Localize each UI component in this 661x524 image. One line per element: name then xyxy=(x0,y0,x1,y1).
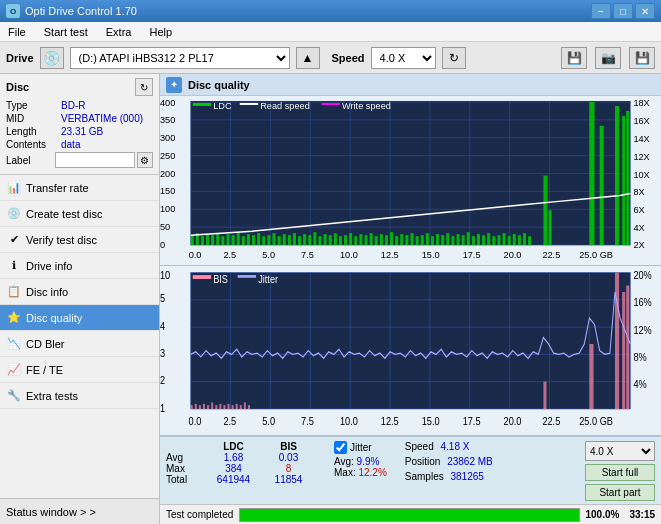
drive-icon-btn[interactable]: 💿 xyxy=(40,47,64,69)
svg-rect-77 xyxy=(472,236,475,245)
speed-select[interactable]: 4.0 X 2.0 X 6.0 X 8.0 X xyxy=(371,47,436,69)
svg-text:20.0: 20.0 xyxy=(504,413,522,426)
transfer-rate-icon: 📊 xyxy=(6,180,22,196)
svg-rect-90 xyxy=(549,210,552,245)
nav-item-drive-info[interactable]: ℹ Drive info xyxy=(0,253,159,279)
test-speed-select[interactable]: 4.0 X 2.0 X 6.0 X xyxy=(585,441,655,461)
svg-rect-59 xyxy=(380,234,383,245)
speed-position-column: Speed 4.18 X Position 23862 MB Samples 3… xyxy=(405,441,493,482)
svg-text:4: 4 xyxy=(160,319,165,332)
svg-rect-129 xyxy=(322,103,340,105)
nav-item-disc-info[interactable]: 📋 Disc info xyxy=(0,279,159,305)
svg-text:8X: 8X xyxy=(633,188,644,198)
status-window[interactable]: Status window > > xyxy=(0,498,159,524)
start-full-button[interactable]: Start full xyxy=(585,464,655,481)
nav-label-drive-info: Drive info xyxy=(26,260,72,272)
disc-refresh-btn[interactable]: ↻ xyxy=(135,78,153,96)
menu-file[interactable]: File xyxy=(4,25,30,39)
svg-rect-155 xyxy=(211,403,213,410)
svg-text:25.0 GB: 25.0 GB xyxy=(579,413,613,426)
svg-text:16X: 16X xyxy=(633,116,649,126)
menu-help[interactable]: Help xyxy=(145,25,176,39)
ldc-chart: 0 50 100 150 200 250 300 350 400 18X 16X… xyxy=(160,96,661,266)
scan-btn[interactable]: 📷 xyxy=(595,47,621,69)
minimize-button[interactable]: − xyxy=(591,3,611,19)
svg-text:2: 2 xyxy=(160,373,165,386)
svg-rect-39 xyxy=(278,236,281,245)
svg-rect-41 xyxy=(288,235,291,245)
nav-item-verify-test-disc[interactable]: ✔ Verify test disc xyxy=(0,227,159,253)
disc-contents-row: Contents data xyxy=(6,139,153,150)
svg-rect-35 xyxy=(257,233,260,245)
svg-rect-75 xyxy=(462,235,465,245)
samples-label: Samples xyxy=(405,471,444,482)
svg-rect-52 xyxy=(344,235,347,245)
samples-value: 381265 xyxy=(451,471,484,482)
svg-rect-65 xyxy=(411,233,414,245)
svg-rect-91 xyxy=(589,102,594,245)
svg-rect-83 xyxy=(503,233,506,245)
svg-text:5.0: 5.0 xyxy=(262,250,275,260)
svg-rect-44 xyxy=(303,234,306,245)
stats-header-bis: BIS xyxy=(261,441,316,452)
jitter-label: Jitter xyxy=(350,442,372,453)
disc-label-btn[interactable]: ⚙ xyxy=(137,152,153,168)
start-part-button[interactable]: Start part xyxy=(585,484,655,501)
stats-area: LDC BIS Avg 1.68 0.03 Max 384 8 Total xyxy=(160,436,661,504)
jitter-checkbox[interactable] xyxy=(334,441,347,454)
svg-text:10X: 10X xyxy=(633,170,649,180)
svg-rect-87 xyxy=(523,233,526,245)
position-row: Position 23862 MB xyxy=(405,456,493,467)
close-button[interactable]: ✕ xyxy=(635,3,655,19)
disc-quality-header-icon: ✦ xyxy=(166,77,182,93)
svg-text:5.0: 5.0 xyxy=(262,413,275,426)
menubar: File Start test Extra Help xyxy=(0,22,661,42)
svg-rect-37 xyxy=(267,235,270,245)
content-area: ✦ Disc quality xyxy=(160,74,661,524)
svg-rect-46 xyxy=(313,232,316,245)
svg-rect-22 xyxy=(191,235,194,245)
nav-item-disc-quality[interactable]: ⭐ Disc quality xyxy=(0,305,159,331)
svg-text:Jitter: Jitter xyxy=(258,272,278,285)
nav-item-extra-tests[interactable]: 🔧 Extra tests xyxy=(0,383,159,409)
drive-select[interactable]: (D:) ATAPI iHBS312 2 PL17 xyxy=(70,47,290,69)
menu-starttest[interactable]: Start test xyxy=(40,25,92,39)
nav-label-cd-bler: CD Bler xyxy=(26,338,65,350)
svg-rect-125 xyxy=(193,103,211,106)
svg-rect-94 xyxy=(622,116,625,245)
svg-rect-192 xyxy=(193,275,211,279)
menu-extra[interactable]: Extra xyxy=(102,25,136,39)
svg-rect-84 xyxy=(508,236,511,245)
svg-text:15.0: 15.0 xyxy=(422,250,440,260)
svg-text:Write speed: Write speed xyxy=(342,101,391,111)
nav-item-transfer-rate[interactable]: 📊 Transfer rate xyxy=(0,175,159,201)
position-value: 23862 MB xyxy=(447,456,493,467)
nav-label-disc-info: Disc info xyxy=(26,286,68,298)
disc-type-val: BD-R xyxy=(61,100,153,111)
svg-rect-88 xyxy=(528,236,531,245)
nav-item-fe-te[interactable]: 📈 FE / TE xyxy=(0,357,159,383)
refresh-button[interactable]: ↻ xyxy=(442,47,466,69)
svg-text:350: 350 xyxy=(160,115,175,125)
nav-item-create-test-disc[interactable]: 💿 Create test disc xyxy=(0,201,159,227)
nav-item-cd-bler[interactable]: 📉 CD Bler xyxy=(0,331,159,357)
svg-rect-154 xyxy=(207,405,209,409)
svg-rect-31 xyxy=(237,232,240,245)
svg-rect-163 xyxy=(244,403,246,410)
disc-mid-val: VERBATIMe (000) xyxy=(61,113,153,124)
drive-label: Drive xyxy=(6,52,34,64)
svg-text:1: 1 xyxy=(160,400,165,413)
bis-jitter-chart-svg: 1 2 3 4 5 10 20% 16% 12% 8% 4% 0.0 2.5 5… xyxy=(160,266,661,435)
svg-rect-69 xyxy=(431,236,434,245)
save-btn[interactable]: 💾 xyxy=(629,47,655,69)
maximize-button[interactable]: □ xyxy=(613,3,633,19)
quality-btn[interactable]: 💾 xyxy=(561,47,587,69)
svg-text:400: 400 xyxy=(160,98,175,108)
stats-total-ldc: 641944 xyxy=(206,474,261,485)
svg-text:12X: 12X xyxy=(633,152,649,162)
disc-label-input[interactable] xyxy=(55,152,135,168)
svg-rect-127 xyxy=(240,103,258,105)
eject-button[interactable]: ▲ xyxy=(296,47,320,69)
svg-text:6X: 6X xyxy=(633,205,644,215)
speed-row: Speed 4.18 X xyxy=(405,441,493,452)
